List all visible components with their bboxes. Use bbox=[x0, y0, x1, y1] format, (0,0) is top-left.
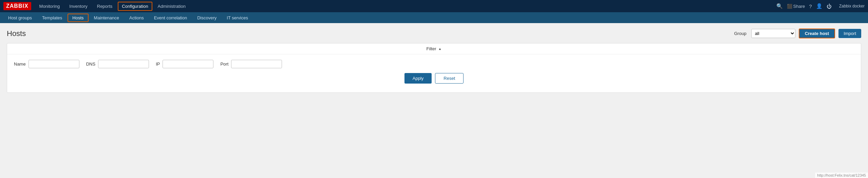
reset-button[interactable]: Reset bbox=[435, 73, 464, 84]
filter-dns-input[interactable] bbox=[98, 60, 149, 68]
logo[interactable]: ZABBIX bbox=[3, 2, 31, 10]
subnav-actions[interactable]: Actions bbox=[125, 14, 149, 22]
apply-button[interactable]: Apply bbox=[404, 73, 432, 84]
filter-port-label: Port bbox=[220, 61, 228, 67]
filter-port-input[interactable] bbox=[231, 60, 282, 68]
nav-configuration[interactable]: Configuration bbox=[118, 2, 152, 11]
subnav-maintenance[interactable]: Maintenance bbox=[89, 14, 124, 22]
filter-name-field: Name bbox=[14, 60, 79, 68]
power-icon[interactable]: ⏻ bbox=[827, 3, 832, 9]
nav-inventory[interactable]: Inventory bbox=[65, 2, 91, 11]
filter-header[interactable]: Filter ▲ bbox=[7, 43, 861, 54]
search-icon[interactable]: 🔍 bbox=[776, 3, 783, 9]
help-icon[interactable]: ? bbox=[809, 3, 812, 9]
top-nav-right: 🔍 ⬛ Share ? 👤 ⏻ Zabbix docker bbox=[776, 3, 865, 9]
filter-name-input[interactable] bbox=[29, 60, 79, 68]
filter-arrow-icon: ▲ bbox=[438, 47, 441, 51]
share-button[interactable]: ⬛ Share bbox=[787, 4, 805, 9]
filter-ip-field: IP bbox=[156, 60, 213, 68]
filter-row: Name DNS IP Port bbox=[14, 60, 854, 68]
filter-body: Name DNS IP Port Apply Reset bbox=[7, 54, 861, 92]
filter-dns-field: DNS bbox=[86, 60, 149, 68]
page-header: Hosts Group all Create host Import bbox=[7, 29, 861, 38]
filter-section: Filter ▲ Name DNS IP Port bbox=[7, 43, 861, 93]
share-icon: ⬛ bbox=[787, 4, 792, 9]
subnav-discovery[interactable]: Discovery bbox=[192, 14, 221, 22]
subnav-hosts[interactable]: Hosts bbox=[68, 14, 88, 22]
share-label: Share bbox=[793, 4, 805, 9]
nav-monitoring[interactable]: Monitoring bbox=[35, 2, 64, 11]
filter-ip-input[interactable] bbox=[163, 60, 213, 68]
filter-ip-label: IP bbox=[156, 61, 160, 67]
nav-administration[interactable]: Administration bbox=[154, 2, 190, 11]
filter-buttons: Apply Reset bbox=[14, 73, 854, 87]
nav-reports[interactable]: Reports bbox=[93, 2, 117, 11]
top-nav-items: Monitoring Inventory Reports Configurati… bbox=[35, 2, 776, 11]
filter-name-label: Name bbox=[14, 61, 26, 67]
sub-nav-items: Host groups Templates Hosts Maintenance … bbox=[3, 14, 253, 22]
subnav-event-correlation[interactable]: Event correlation bbox=[149, 14, 192, 22]
sub-nav: Host groups Templates Hosts Maintenance … bbox=[0, 12, 868, 23]
subnav-templates[interactable]: Templates bbox=[37, 14, 67, 22]
page-content: Hosts Group all Create host Import Filte… bbox=[0, 23, 868, 98]
filter-port-field: Port bbox=[220, 60, 282, 68]
subnav-host-groups[interactable]: Host groups bbox=[3, 14, 37, 22]
page-header-right: Group all Create host Import bbox=[734, 29, 861, 38]
create-host-button[interactable]: Create host bbox=[799, 29, 835, 38]
filter-header-text: Filter bbox=[427, 46, 436, 51]
group-label: Group bbox=[734, 31, 746, 36]
filter-dns-label: DNS bbox=[86, 61, 95, 67]
user-icon[interactable]: 👤 bbox=[816, 3, 823, 9]
page-title: Hosts bbox=[7, 29, 26, 38]
user-name: Zabbix docker bbox=[839, 4, 865, 8]
import-button[interactable]: Import bbox=[838, 29, 861, 38]
subnav-it-services[interactable]: IT services bbox=[222, 14, 253, 22]
logo-text: ZABBIX bbox=[6, 3, 29, 9]
group-select[interactable]: all bbox=[751, 29, 795, 38]
top-nav: ZABBIX Monitoring Inventory Reports Conf… bbox=[0, 0, 868, 12]
